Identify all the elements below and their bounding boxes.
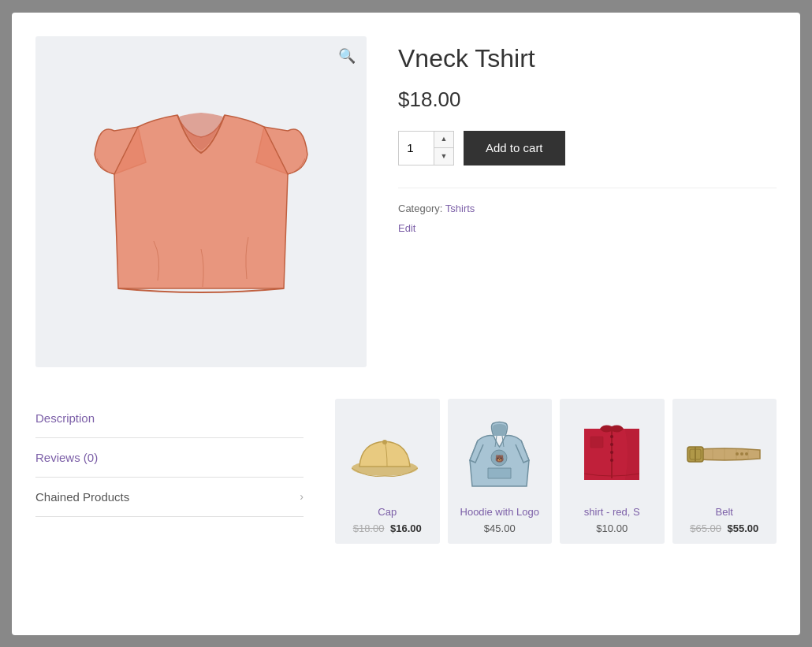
- belt-price-old: $65.00: [690, 522, 721, 534]
- svg-point-1: [382, 440, 387, 444]
- product-category-row: Category: Tshirts: [398, 203, 777, 214]
- svg-point-7: [610, 435, 613, 438]
- product-info: Vneck Tshirt $18.00 ▲ ▼ Add to cart Cate…: [398, 36, 777, 367]
- hoodie-svg: 🐻: [466, 417, 533, 492]
- hoodie-price: $45.00: [484, 522, 516, 534]
- add-to-cart-button[interactable]: Add to cart: [464, 131, 565, 165]
- quantity-up-button[interactable]: ▲: [434, 132, 453, 149]
- tab-chained-label: Chained Products: [35, 490, 129, 504]
- product-card-hoodie-name[interactable]: Hoodie with Logo: [460, 506, 539, 518]
- shirt-svg: [576, 417, 647, 492]
- belt-price-new: $55.00: [728, 522, 759, 534]
- tab-description[interactable]: Description: [35, 399, 304, 438]
- quantity-down-button[interactable]: ▼: [434, 148, 453, 165]
- product-card-belt-prices: $65.00 $55.00: [690, 522, 758, 534]
- product-card-hoodie: 🐻 Hoodie with Logo $45.00: [448, 399, 553, 544]
- cap-price-old: $18.00: [353, 522, 385, 534]
- tab-reviews[interactable]: Reviews (0): [35, 438, 304, 478]
- zoom-icon[interactable]: 🔍: [338, 47, 356, 65]
- product-card-cap-prices: $18.00 $16.00: [353, 522, 422, 534]
- cap-price-new: $16.00: [390, 522, 422, 534]
- product-card-shirt-name[interactable]: shirt - red, S: [584, 506, 640, 518]
- svg-text:🐻: 🐻: [495, 454, 505, 463]
- product-card-hoodie-prices: $45.00: [484, 522, 516, 534]
- product-card-cap-image: [343, 411, 432, 498]
- product-card-belt: Belt $65.00 $55.00: [672, 399, 777, 544]
- chevron-right-icon: ›: [300, 490, 304, 503]
- product-image: [91, 84, 311, 320]
- edit-link[interactable]: Edit: [398, 222, 415, 234]
- product-card-belt-name[interactable]: Belt: [716, 506, 733, 518]
- product-price: $18.00: [398, 87, 777, 112]
- product-card-hoodie-image: 🐻: [456, 411, 545, 498]
- tab-description-label: Description: [35, 411, 95, 425]
- product-top-section: 🔍: [35, 36, 777, 367]
- product-card-shirt-prices: $10.00: [596, 522, 628, 534]
- tab-chained-products[interactable]: Chained Products ›: [35, 478, 304, 517]
- svg-point-17: [736, 452, 739, 456]
- product-page: 🔍: [12, 13, 800, 635]
- product-card-belt-image: [680, 411, 769, 498]
- svg-point-9: [610, 451, 613, 454]
- product-card-shirt: shirt - red, S $10.00: [560, 399, 665, 544]
- shirt-price: $10.00: [596, 522, 628, 534]
- product-title: Vneck Tshirt: [398, 44, 777, 73]
- product-meta: Category: Tshirts Edit: [398, 188, 777, 235]
- category-link[interactable]: Tshirts: [445, 203, 475, 214]
- quantity-input[interactable]: [399, 132, 434, 165]
- product-image-container: 🔍: [35, 36, 367, 367]
- quantity-control[interactable]: ▲ ▼: [398, 131, 454, 165]
- product-card-cap: Cap $18.00 $16.00: [335, 399, 440, 544]
- svg-point-8: [610, 443, 613, 446]
- svg-rect-11: [590, 437, 603, 448]
- svg-point-10: [610, 459, 613, 462]
- belt-svg: [685, 433, 764, 476]
- product-actions: ▲ ▼ Add to cart: [398, 131, 777, 165]
- product-card-shirt-image: [568, 411, 657, 498]
- category-label: Category:: [398, 203, 442, 214]
- product-card-cap-name[interactable]: Cap: [378, 506, 397, 518]
- chained-products-grid: Cap $18.00 $16.00: [335, 399, 777, 544]
- svg-point-16: [740, 452, 743, 456]
- cap-svg: [352, 427, 423, 482]
- tab-reviews-label: Reviews (0): [35, 451, 98, 464]
- tabs-section: Description Reviews (0) Chained Products…: [35, 399, 777, 544]
- quantity-spinners: ▲ ▼: [434, 132, 453, 165]
- tabs-sidebar: Description Reviews (0) Chained Products…: [35, 399, 304, 544]
- svg-point-15: [745, 452, 748, 456]
